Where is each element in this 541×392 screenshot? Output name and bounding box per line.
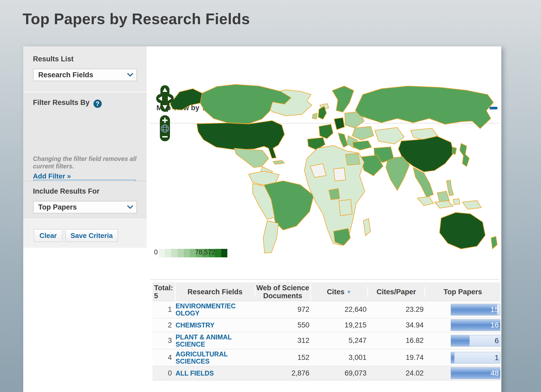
- report-table: Total: 5 Research Fields Web of Science …: [152, 283, 500, 380]
- legend-step: [184, 249, 190, 257]
- map-region-new-zealand: [491, 236, 497, 249]
- map-region-chad: [334, 168, 346, 181]
- cites-cell: 22,640: [311, 305, 368, 314]
- cites-sort-header[interactable]: Cites ▼: [311, 287, 368, 297]
- map-navigation-controls[interactable]: [156, 84, 174, 142]
- total-header: Total: 5: [152, 283, 176, 301]
- wos-documents-cell: 550: [255, 321, 311, 329]
- rank-cell: 2: [152, 321, 176, 329]
- cites-per-paper-cell: 16.82: [368, 336, 425, 345]
- map-region-egypt: [346, 154, 360, 165]
- world-choropleth-map[interactable]: [148, 79, 501, 254]
- results-list-dropdown[interactable]: Research Fields: [33, 69, 137, 81]
- top-papers-bar-track: 6: [451, 335, 500, 347]
- legend-step: [177, 249, 184, 257]
- results-list-value: Research Fields: [33, 71, 93, 79]
- page-background: { "page": { "title": "Top Papers by Rese…: [0, 0, 541, 392]
- map-region-france: [319, 124, 333, 139]
- filter-section: Filter Results By ? Changing the filter …: [23, 92, 147, 181]
- legend-step: [171, 249, 178, 257]
- table-body: 1ENVIRONMENT/ECOLOGY97222,64023.29152CHE…: [152, 301, 500, 380]
- map-region-japan: [460, 143, 469, 167]
- top-papers-value: 1: [495, 353, 499, 362]
- map-region-germany: [334, 118, 344, 130]
- map-region-italy: [338, 133, 348, 147]
- map-region-ukraine: [352, 126, 374, 140]
- top-papers-value: 16: [491, 321, 499, 329]
- map-region-india: [386, 157, 410, 190]
- include-results-dropdown[interactable]: Top Papers: [33, 201, 137, 213]
- legend-min-label: 0: [154, 248, 158, 256]
- legend-step: [221, 249, 228, 257]
- cites-cell: 5,247: [311, 336, 368, 345]
- top-papers-bar-track: 1: [451, 352, 500, 364]
- map-region-kazakhstan: [375, 127, 404, 144]
- rank-cell: 0: [152, 369, 176, 377]
- map-region-ireland: [312, 113, 317, 119]
- top-papers-bar-fill: [451, 352, 454, 363]
- chevron-down-icon: [127, 205, 133, 209]
- cites-per-paper-cell: 19.74: [368, 353, 425, 362]
- add-filter-link[interactable]: Add Filter »: [33, 172, 71, 180]
- map-color-scale: [152, 249, 227, 257]
- map-region-australia: [440, 212, 485, 249]
- table-row: 1ENVIRONMENT/ECOLOGY97222,64023.2915: [152, 301, 500, 318]
- table-row: 3PLANT & ANIMAL SCIENCE3125,24716.826: [152, 332, 500, 349]
- top-papers-value: 6: [495, 336, 499, 345]
- top-papers-bar-cell: 15: [425, 303, 500, 317]
- top-papers-bar-fill: [451, 335, 470, 346]
- table-row: 2CHEMISTRY55019,21534.9416: [152, 318, 500, 332]
- map-region-madagascar: [363, 219, 370, 236]
- map-region-turkey: [353, 141, 372, 150]
- top-papers-value: 15: [491, 305, 499, 314]
- map-region-mexico: [234, 148, 269, 168]
- research-fields-header[interactable]: Research Fields: [176, 287, 255, 297]
- table-header-row: Total: 5 Research Fields Web of Science …: [152, 283, 500, 301]
- include-results-heading: Include Results For: [33, 187, 100, 195]
- wos-documents-cell: 972: [255, 305, 311, 314]
- help-icon[interactable]: ?: [93, 100, 102, 108]
- map-region-philippines: [446, 180, 454, 196]
- wos-documents-cell: 152: [255, 353, 311, 362]
- research-field-link[interactable]: CHEMISTRY: [176, 321, 214, 329]
- wos-documents-header[interactable]: Web of Science Documents: [255, 283, 311, 301]
- results-list-heading: Results List: [33, 55, 74, 63]
- top-papers-bar-cell: 6: [425, 334, 500, 348]
- cites-per-paper-cell: 23.29: [368, 305, 425, 314]
- save-criteria-button[interactable]: Save Criteria: [65, 229, 118, 242]
- map-region-congo: [339, 199, 352, 216]
- top-papers-bar-track: 16: [451, 319, 500, 331]
- map-region-russia: [355, 86, 493, 129]
- legend-step: [165, 249, 171, 257]
- include-results-section: Include Results For Top Papers: [23, 181, 147, 218]
- cites-per-paper-header[interactable]: Cites/Paper: [368, 287, 425, 297]
- table-row: 4AGRICULTURAL SCIENCES1523,00119.741: [152, 349, 500, 366]
- table-row: 0ALL FIELDS2,87669,07324.0248: [152, 366, 500, 380]
- map-region-argentina-chile: [263, 221, 278, 253]
- rank-cell: 1: [152, 305, 176, 314]
- map-region-scandinavia: [332, 86, 354, 112]
- map-region-korea: [452, 147, 457, 155]
- top-papers-header[interactable]: Top Papers: [425, 287, 500, 297]
- legend-step: [215, 249, 221, 257]
- top-papers-bar-cell: 1: [425, 351, 500, 365]
- wos-documents-cell: 2,876: [255, 369, 311, 377]
- research-field-link[interactable]: PLANT & ANIMAL SCIENCE: [176, 333, 232, 348]
- clear-button[interactable]: Clear: [34, 229, 62, 242]
- cites-cell: 3,001: [311, 353, 368, 362]
- top-papers-bar-track: 15: [451, 304, 500, 316]
- cites-cell: 19,215: [311, 321, 368, 329]
- top-papers-value: 48: [491, 369, 499, 377]
- filter-heading: Filter Results By: [33, 99, 90, 106]
- include-results-value: Top Papers: [33, 203, 77, 211]
- top-papers-bar-cell: 16: [425, 318, 500, 332]
- map-region-alaska: [170, 89, 202, 110]
- research-field-link[interactable]: ENVIRONMENT/ECOLOGY: [176, 302, 236, 317]
- legend-step: [159, 249, 165, 257]
- research-field-link[interactable]: ALL FIELDS: [176, 369, 214, 377]
- cites-per-paper-cell: 34.94: [368, 321, 425, 329]
- map-region-cuba: [273, 160, 284, 164]
- research-field-link[interactable]: AGRICULTURAL SCIENCES: [176, 350, 228, 365]
- map-region-nigeria: [329, 189, 340, 200]
- wos-documents-cell: 312: [255, 336, 311, 345]
